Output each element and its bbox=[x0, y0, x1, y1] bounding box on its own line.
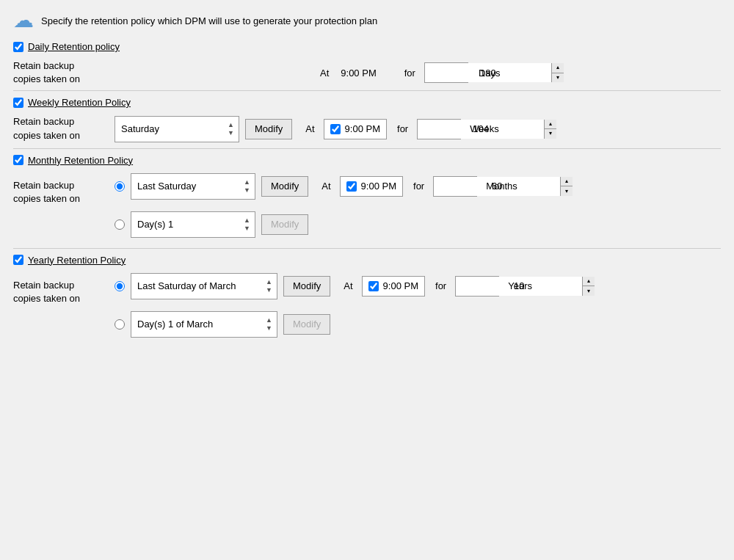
weekly-duration-spinbox[interactable]: ▴ ▾ bbox=[417, 119, 461, 139]
monthly-duration-up[interactable]: ▴ bbox=[561, 177, 573, 187]
weekly-retain-label: Retain backup copies taken on bbox=[13, 115, 109, 142]
yearly-radio-option2[interactable] bbox=[115, 319, 125, 330]
yearly-radio-option1[interactable] bbox=[115, 281, 125, 291]
monthly-modify1-button[interactable]: Modify bbox=[261, 176, 308, 197]
yearly-option2-down[interactable]: ▼ bbox=[264, 324, 274, 332]
yearly-unit-label: Years bbox=[508, 280, 532, 291]
yearly-option1-down[interactable]: ▼ bbox=[264, 286, 274, 294]
yearly-option1-up[interactable]: ▲ bbox=[264, 278, 274, 286]
yearly-header: Yearly Retention Policy bbox=[13, 255, 721, 266]
daily-checkbox[interactable] bbox=[13, 42, 23, 52]
weekly-day-up[interactable]: ▲ bbox=[226, 121, 236, 129]
weekly-time-value: 9:00 PM bbox=[345, 123, 380, 134]
yearly-section: Yearly Retention Policy Retain backup co… bbox=[13, 255, 721, 343]
daily-section: Daily Retention policy Retain backup cop… bbox=[13, 41, 721, 86]
yearly-duration-down[interactable]: ▾ bbox=[583, 286, 595, 296]
daily-header: Daily Retention policy bbox=[13, 41, 721, 52]
weekly-day-select[interactable]: Saturday ▲ ▼ bbox=[115, 116, 239, 142]
divider-2 bbox=[13, 148, 721, 149]
weekly-duration-up[interactable]: ▴ bbox=[545, 120, 556, 130]
daily-duration-up[interactable]: ▴ bbox=[552, 63, 564, 73]
monthly-option2-down[interactable]: ▼ bbox=[242, 225, 252, 233]
monthly-unit-label: Months bbox=[486, 181, 517, 192]
daily-checkbox-label: Daily Retention policy bbox=[28, 41, 120, 52]
yearly-for-label: for bbox=[435, 280, 446, 291]
monthly-modify2-button[interactable]: Modify bbox=[261, 214, 308, 235]
yearly-retain-label: Retain backup copies taken on bbox=[13, 279, 109, 305]
yearly-duration-up[interactable]: ▴ bbox=[583, 277, 595, 287]
monthly-option2-select[interactable]: Day(s) 1 ▲ ▼ bbox=[131, 211, 255, 238]
daily-unit-label: Days bbox=[479, 68, 501, 79]
yearly-modify2-button[interactable]: Modify bbox=[283, 314, 330, 335]
monthly-time-value: 9:00 PM bbox=[361, 181, 396, 192]
monthly-for-label: for bbox=[413, 181, 424, 192]
weekly-header: Weekly Retention Policy bbox=[13, 97, 721, 108]
yearly-option1-value: Last Saturday of March bbox=[137, 280, 264, 291]
daily-duration-down[interactable]: ▾ bbox=[552, 73, 564, 83]
weekly-at-label: At bbox=[305, 123, 314, 134]
yearly-option2-up[interactable]: ▲ bbox=[264, 316, 274, 324]
monthly-at-label: At bbox=[321, 181, 330, 192]
yearly-option1-select[interactable]: Last Saturday of March ▲ ▼ bbox=[131, 273, 277, 299]
weekly-checkbox[interactable] bbox=[13, 98, 23, 108]
weekly-section: Weekly Retention Policy Retain backup co… bbox=[13, 97, 721, 142]
yearly-option2-select[interactable]: Day(s) 1 of March ▲ ▼ bbox=[131, 311, 277, 338]
monthly-duration-spinbox[interactable]: ▴ ▾ bbox=[433, 176, 477, 197]
monthly-option1-row: Last Saturday ▲ ▼ Modify At 9:00 PM bbox=[115, 173, 517, 200]
yearly-duration-spinbox[interactable]: ▴ ▾ bbox=[455, 276, 499, 297]
yearly-time-box: 9:00 PM bbox=[362, 276, 425, 297]
daily-retain-label: Retain backup copies taken on bbox=[13, 59, 109, 86]
monthly-option1-value: Last Saturday bbox=[137, 181, 242, 192]
weekly-time-checkbox[interactable] bbox=[330, 124, 341, 134]
yearly-time-checkbox[interactable] bbox=[368, 281, 379, 291]
yearly-modify1-button[interactable]: Modify bbox=[283, 276, 330, 297]
monthly-option1-select[interactable]: Last Saturday ▲ ▼ bbox=[131, 173, 255, 200]
yearly-time-value: 9:00 PM bbox=[383, 280, 418, 291]
cloud-icon: ☁ bbox=[13, 10, 34, 31]
divider-3 bbox=[13, 248, 721, 249]
daily-duration-spinbox[interactable]: ▴ ▾ bbox=[424, 62, 468, 83]
monthly-checkbox-label: Monthly Retention Policy bbox=[28, 155, 133, 166]
monthly-checkbox[interactable] bbox=[13, 155, 23, 165]
monthly-option1-up[interactable]: ▲ bbox=[242, 178, 252, 186]
monthly-radio-option1[interactable] bbox=[115, 181, 125, 192]
weekly-day-arrows: ▲ ▼ bbox=[226, 121, 236, 137]
yearly-option2-row: Day(s) 1 of March ▲ ▼ Modify bbox=[115, 311, 532, 338]
monthly-radio-option2[interactable] bbox=[115, 219, 125, 230]
monthly-duration-down[interactable]: ▾ bbox=[561, 186, 573, 196]
weekly-for-label: for bbox=[397, 123, 408, 134]
weekly-day-down[interactable]: ▼ bbox=[226, 129, 236, 137]
yearly-option1-row: Last Saturday of March ▲ ▼ Modify At 9:0… bbox=[115, 273, 532, 299]
monthly-option1-down[interactable]: ▼ bbox=[242, 186, 252, 194]
monthly-option2-value: Day(s) 1 bbox=[137, 219, 242, 230]
yearly-checkbox-label: Yearly Retention Policy bbox=[28, 255, 126, 266]
daily-for-label: for bbox=[404, 68, 415, 79]
daily-time-value: 9:00 PM bbox=[341, 68, 376, 79]
weekly-day-value: Saturday bbox=[121, 123, 226, 134]
monthly-section: Monthly Retention Policy Retain backup c… bbox=[13, 155, 721, 244]
weekly-checkbox-label: Weekly Retention Policy bbox=[28, 97, 131, 108]
header: ☁ Specify the retention policy which DPM… bbox=[13, 10, 721, 31]
weekly-modify-button[interactable]: Modify bbox=[245, 119, 292, 139]
monthly-option2-up[interactable]: ▲ bbox=[242, 217, 252, 225]
weekly-retain-row: Retain backup copies taken on Saturday ▲… bbox=[13, 115, 721, 142]
yearly-at-label: At bbox=[344, 280, 352, 291]
yearly-option2-value: Day(s) 1 of March bbox=[137, 319, 264, 330]
weekly-time-box: 9:00 PM bbox=[324, 119, 387, 139]
monthly-time-box: 9:00 PM bbox=[340, 176, 403, 197]
weekly-duration-down[interactable]: ▾ bbox=[545, 129, 556, 139]
monthly-retain-label: Retain backup copies taken on bbox=[13, 179, 109, 206]
monthly-option2-row: Day(s) 1 ▲ ▼ Modify bbox=[115, 211, 517, 238]
weekly-unit-label: Weeks bbox=[470, 123, 499, 134]
header-description: Specify the retention policy which DPM w… bbox=[41, 15, 377, 26]
daily-retain-row: Retain backup copies taken on At 9:00 PM… bbox=[13, 59, 721, 86]
monthly-time-checkbox[interactable] bbox=[346, 181, 357, 192]
daily-at-label: At bbox=[320, 68, 329, 79]
yearly-checkbox[interactable] bbox=[13, 255, 23, 265]
monthly-header: Monthly Retention Policy bbox=[13, 155, 721, 166]
divider-1 bbox=[13, 90, 721, 91]
main-container: ☁ Specify the retention policy which DPM… bbox=[0, 0, 734, 560]
